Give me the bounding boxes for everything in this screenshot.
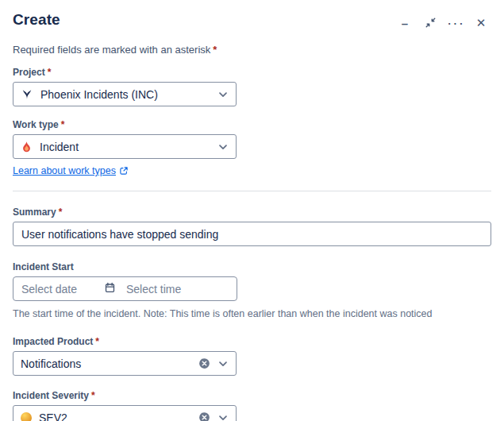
incident-severity-label: Incident Severity*	[13, 390, 491, 401]
required-asterisk: *	[213, 44, 217, 56]
work-type-value: Incident	[40, 141, 217, 153]
chevron-down-icon	[217, 411, 229, 421]
more-options-button[interactable]: ···	[445, 13, 466, 32]
dialog-header: Create – ··· ✕	[13, 11, 491, 32]
section-divider	[13, 191, 491, 191]
impacted-product-label: Impacted Product*	[13, 336, 491, 347]
incident-flame-icon	[21, 141, 33, 153]
date-input[interactable]	[21, 283, 104, 295]
project-value: Phoenix Incidents (INC)	[40, 88, 217, 101]
close-button[interactable]: ✕	[471, 13, 491, 32]
incident-severity-value: SEV2	[39, 411, 198, 421]
project-select[interactable]: Phoenix Incidents (INC)	[13, 82, 237, 106]
summary-input[interactable]	[21, 228, 483, 241]
incident-start-label: Incident Start	[13, 261, 491, 272]
project-field: Project* Phoenix Incidents (INC)	[13, 67, 491, 106]
clear-icon[interactable]	[198, 357, 210, 369]
chevron-down-icon	[217, 88, 229, 101]
impacted-product-value: Notifications	[21, 357, 198, 370]
project-label: Project*	[13, 67, 491, 78]
incident-severity-field: Incident Severity* SEV2	[13, 390, 491, 421]
impacted-product-field: Impacted Product* Notifications	[13, 336, 491, 376]
work-type-label: Work type*	[13, 119, 491, 130]
calendar-icon	[104, 282, 116, 296]
phoenix-project-icon	[21, 88, 33, 101]
collapse-arrows-icon	[425, 17, 437, 29]
collapse-button[interactable]	[420, 13, 441, 32]
chevron-down-icon	[217, 357, 229, 370]
required-note: Required fields are marked with an aster…	[13, 44, 491, 56]
incident-severity-select[interactable]: SEV2	[13, 405, 237, 421]
window-controls: – ··· ✕	[394, 13, 491, 32]
clear-icon[interactable]	[198, 411, 210, 421]
external-link-icon	[119, 166, 129, 176]
work-type-select[interactable]: Incident	[13, 134, 237, 159]
incident-start-help: The start time of the incident. Note: Th…	[13, 308, 491, 319]
time-input[interactable]	[126, 283, 229, 295]
learn-work-types-link[interactable]: Learn about work types	[13, 165, 116, 176]
create-dialog: Create – ··· ✕ Required fields ar	[0, 0, 504, 421]
summary-input-wrap	[13, 222, 491, 246]
page-title: Create	[13, 11, 60, 29]
chevron-down-icon	[217, 141, 229, 153]
minimize-button[interactable]: –	[394, 13, 415, 32]
close-icon: ✕	[476, 17, 487, 29]
incident-start-field: Incident Start The start time of the inc…	[13, 261, 491, 319]
minimize-icon: –	[402, 17, 408, 29]
ellipsis-icon: ···	[447, 15, 464, 30]
severity-sev2-icon	[21, 412, 32, 421]
impacted-product-select[interactable]: Notifications	[13, 351, 237, 376]
summary-field: Summary*	[13, 207, 491, 246]
datetime-picker	[13, 276, 237, 301]
summary-label: Summary*	[13, 207, 491, 218]
work-type-field: Work type* Incident Learn about work typ…	[13, 119, 491, 177]
calendar-button[interactable]	[104, 282, 116, 296]
